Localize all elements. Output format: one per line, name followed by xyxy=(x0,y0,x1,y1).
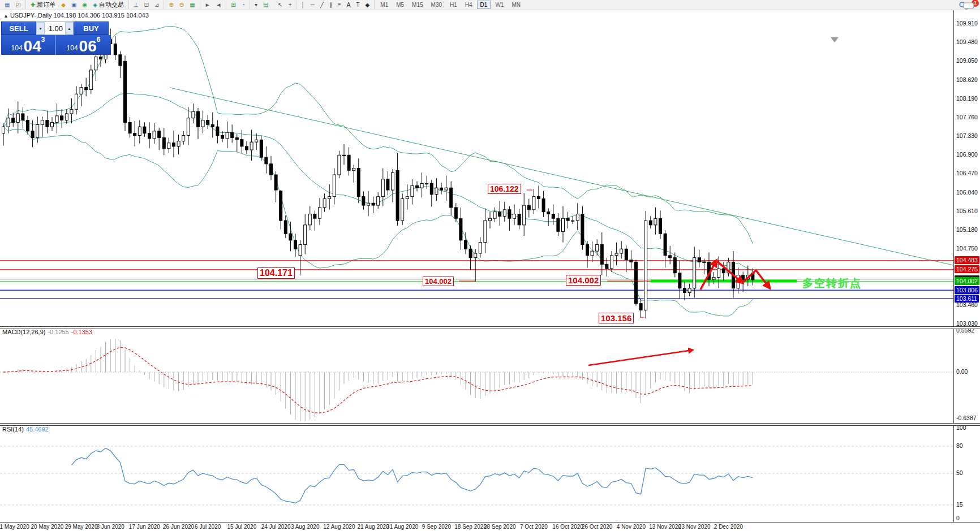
fibonacci-icon: ≡ xyxy=(338,2,341,8)
macd-panel-layer xyxy=(0,339,953,421)
date-tick-label: 29 May 2020 xyxy=(65,524,98,530)
cursor-button[interactable]: ↖ xyxy=(276,1,285,10)
volume-value[interactable]: 1.00 xyxy=(45,22,65,34)
horizontal-line-button[interactable]: ─ xyxy=(308,1,317,10)
timeframe-m15[interactable]: M15 xyxy=(409,1,426,9)
price-axis-border xyxy=(953,10,954,522)
price-badge: 104.275 xyxy=(955,265,979,273)
signals-button[interactable]: ◉ xyxy=(80,1,89,10)
timeframe-w1[interactable]: W1 xyxy=(492,1,507,9)
date-tick-label: 11 May 2020 xyxy=(0,524,29,530)
date-axis[interactable]: 11 May 202020 May 202029 May 20208 Jun 2… xyxy=(0,523,980,531)
price-axis[interactable]: 109.910109.480109.050108.620108.190107.7… xyxy=(954,10,980,522)
zoom-in-button[interactable]: ⊕ xyxy=(166,1,175,10)
add-indicator-button[interactable]: ⊞ xyxy=(229,1,238,10)
price-tick-label: 106.470 xyxy=(956,170,978,177)
line-mode-button[interactable]: ⊿ xyxy=(152,1,161,10)
turning-point-note[interactable]: 多空转折点 xyxy=(802,276,862,291)
date-tick-label: 28 Sep 2020 xyxy=(484,524,516,530)
price-callout-label[interactable]: 103.156 xyxy=(599,313,634,323)
date-tick-label: 23 Nov 2020 xyxy=(678,524,711,530)
signals-icon: ◉ xyxy=(82,2,87,8)
buy-button[interactable]: BUY xyxy=(74,21,109,35)
rsi-separator[interactable] xyxy=(0,423,980,426)
one-click-toggle-icon[interactable]: ▲ xyxy=(3,13,8,19)
fibonacci-button[interactable]: ≡ xyxy=(336,1,343,10)
price-callout-label[interactable]: 104.002 xyxy=(566,275,601,286)
candle-mode-button[interactable]: ⊡ xyxy=(142,1,151,10)
zoom-out-button[interactable]: ⊖ xyxy=(177,1,186,10)
date-tick-label: 20 May 2020 xyxy=(31,524,63,530)
timeframe-m5[interactable]: M5 xyxy=(393,1,407,9)
chart-shift-button[interactable]: ◄ xyxy=(214,1,224,10)
rsi-scale-label: 15 xyxy=(956,501,963,508)
auto-scroll-icon: ► xyxy=(205,2,210,8)
text-icon: A xyxy=(347,2,351,8)
rsi-scale-label: 50 xyxy=(956,469,963,477)
chart-window-button[interactable]: ▣ xyxy=(69,1,79,10)
zoom-window-button[interactable]: ◰ xyxy=(13,1,23,10)
arrows-tool-button[interactable]: ◆ xyxy=(363,1,372,10)
timeframe-m30[interactable]: M30 xyxy=(428,1,445,9)
text-label-button[interactable]: T xyxy=(354,1,362,10)
date-axis-border xyxy=(0,522,980,523)
volume-up-button[interactable]: ▲ xyxy=(65,22,74,34)
toolbar: ▦◰✚新订单◆▣◉◈自动交易⊥⊡⊿⊕⊖▦►◄⊞◔▾▤↖+│─╱∥≡AT◆M1M5… xyxy=(0,0,980,10)
text-button[interactable]: A xyxy=(345,1,353,10)
price-badge: 104.002 xyxy=(955,277,979,285)
channel-button[interactable]: ∥ xyxy=(327,1,334,10)
price-callout-label[interactable]: 104.002 xyxy=(423,277,454,286)
toolbar-right: 1 xyxy=(958,1,978,10)
sell-button[interactable]: SELL xyxy=(1,21,36,35)
charts-grid-icon: ▦ xyxy=(5,2,10,8)
price-tick-label: 105.180 xyxy=(956,226,978,234)
annotations-layer[interactable] xyxy=(300,190,770,365)
timeframe-mn[interactable]: MN xyxy=(508,1,524,9)
zoom-window-icon: ◰ xyxy=(15,2,20,8)
date-tick-label: 6 Jul 2020 xyxy=(195,524,221,530)
toolbar-group: ⊞◔ xyxy=(226,1,249,9)
timeframe-m1[interactable]: M1 xyxy=(377,1,392,9)
timeframe-d1[interactable]: D1 xyxy=(477,1,491,9)
price-callout-label[interactable]: 104.171 xyxy=(257,267,295,279)
styler-icon: ◆ xyxy=(61,2,66,8)
template-dropdown-icon: ▾ xyxy=(255,2,257,8)
trendline-button[interactable]: ╱ xyxy=(318,1,326,10)
vertical-line-button[interactable]: │ xyxy=(299,1,307,10)
period-clock-button[interactable]: ◔ xyxy=(239,1,247,10)
template-dropdown-button[interactable]: ▾ xyxy=(252,1,260,10)
timeframe-h1[interactable]: H1 xyxy=(446,1,461,9)
profile-chart-button[interactable]: ▤ xyxy=(261,1,270,10)
volume-stepper: ▼ 1.00 ▲ xyxy=(36,21,74,35)
buy-price-sup: 6 xyxy=(97,35,101,44)
date-tick-label: 31 Aug 2020 xyxy=(386,524,418,530)
sell-price-panel[interactable]: 104 04 3 xyxy=(1,35,56,55)
tile-windows-button[interactable]: ▦ xyxy=(187,1,197,10)
buy-price-panel[interactable]: 104 06 6 xyxy=(56,35,111,55)
crosshair-button[interactable]: + xyxy=(286,1,294,10)
styler-button[interactable]: ◆ xyxy=(59,1,68,10)
trendline-icon: ╱ xyxy=(320,2,324,8)
chat-icon[interactable]: 1 xyxy=(963,1,978,10)
price-callout-label[interactable]: 106.122 xyxy=(488,184,521,194)
sell-price-prefix: 104 xyxy=(11,44,23,52)
rsi-label: RSI(14)45.4692 xyxy=(2,426,49,433)
price-tick-label: 105.610 xyxy=(956,208,978,215)
auto-scroll-button[interactable]: ► xyxy=(203,1,213,10)
autotrade-button[interactable]: ◈自动交易 xyxy=(91,1,126,10)
chart-shift-marker-icon[interactable] xyxy=(831,37,839,42)
bar-chart-mode-button[interactable]: ⊥ xyxy=(131,1,141,10)
symbol-ohlc-text: USDJPY-,Daily 104.198 104.306 103.915 10… xyxy=(10,12,149,19)
price-tick-label: 103.460 xyxy=(956,301,978,309)
buy-price-big: 06 xyxy=(79,39,97,54)
macd-separator[interactable] xyxy=(0,326,980,329)
rsi-scale-label: 80 xyxy=(956,442,963,450)
bollinger-bands-layer xyxy=(3,27,953,316)
toolbar-group: ✚新订单◆▣◉◈自动交易 xyxy=(25,1,128,9)
timeframe-h4[interactable]: H4 xyxy=(462,1,476,9)
date-tick-label: 21 Aug 2020 xyxy=(358,524,389,530)
new-order-button[interactable]: ✚新订单 xyxy=(28,1,58,10)
charts-grid-button[interactable]: ▦ xyxy=(2,1,12,10)
crosshair-icon: + xyxy=(289,2,292,8)
volume-down-button[interactable]: ▼ xyxy=(36,22,45,34)
